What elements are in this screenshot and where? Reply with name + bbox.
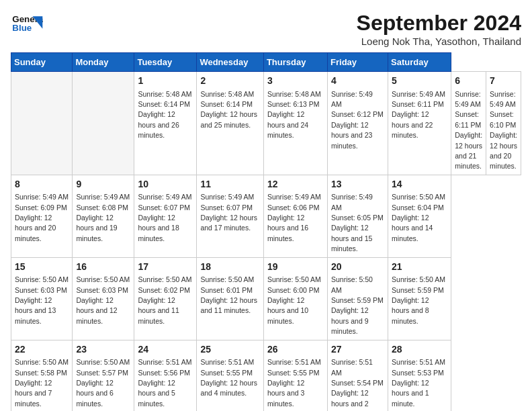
title-block: September 2024 Loeng Nok Tha, Yasothon, … — [357, 11, 521, 47]
day-number: 21 — [392, 261, 447, 274]
day-cell-7: 7 Sunrise: 5:49 AMSunset: 6:10 PMDayligh… — [486, 72, 521, 175]
day-cell-1: 1 Sunrise: 5:48 AMSunset: 6:14 PMDayligh… — [134, 72, 197, 175]
day-info: Sunrise: 5:50 AMSunset: 6:00 PMDaylight:… — [267, 275, 321, 325]
calendar-week-1: 8 Sunrise: 5:49 AMSunset: 6:09 PMDayligh… — [11, 175, 521, 257]
day-cell-12: 12 Sunrise: 5:49 AMSunset: 6:06 PMDaylig… — [263, 175, 327, 257]
day-cell-11: 11 Sunrise: 5:49 AMSunset: 6:07 PMDaylig… — [197, 175, 264, 257]
day-number: 5 — [392, 75, 447, 88]
day-info: Sunrise: 5:50 AMSunset: 5:58 PMDaylight:… — [15, 358, 69, 408]
calendar-week-3: 22 Sunrise: 5:50 AMSunset: 5:58 PMDaylig… — [11, 340, 521, 411]
day-cell-15: 15 Sunrise: 5:50 AMSunset: 6:03 PMDaylig… — [11, 257, 73, 340]
day-info: Sunrise: 5:50 AMSunset: 6:04 PMDaylight:… — [392, 193, 445, 242]
day-cell-2: 2 Sunrise: 5:48 AMSunset: 6:14 PMDayligh… — [197, 72, 264, 175]
weekday-header-monday: Monday — [73, 53, 134, 72]
day-info: Sunrise: 5:49 AMSunset: 6:07 PMDaylight:… — [200, 193, 257, 232]
day-number: 26 — [267, 343, 324, 357]
logo: General Blue — [11, 11, 43, 38]
day-info: Sunrise: 5:50 AMSunset: 6:03 PMDaylight:… — [15, 275, 69, 325]
day-number: 20 — [331, 261, 384, 274]
day-cell-25: 25 Sunrise: 5:51 AMSunset: 5:55 PMDaylig… — [197, 340, 264, 411]
weekday-header-row: SundayMondayTuesdayWednesdayThursdayFrid… — [11, 53, 521, 72]
day-info: Sunrise: 5:49 AMSunset: 6:10 PMDaylight:… — [490, 90, 517, 171]
day-info: Sunrise: 5:50 AMSunset: 6:01 PMDaylight:… — [200, 275, 257, 314]
weekday-header-saturday: Saturday — [388, 53, 451, 72]
day-number: 18 — [200, 261, 260, 274]
day-info: Sunrise: 5:51 AMSunset: 5:54 PMDaylight:… — [331, 358, 384, 411]
weekday-header-thursday: Thursday — [263, 53, 327, 72]
day-info: Sunrise: 5:50 AMSunset: 5:57 PMDaylight:… — [76, 358, 130, 408]
day-cell-9: 9 Sunrise: 5:49 AMSunset: 6:08 PMDayligh… — [73, 175, 134, 257]
day-number: 10 — [138, 178, 193, 191]
day-number: 12 — [267, 178, 324, 191]
day-number: 17 — [138, 261, 193, 274]
day-number: 8 — [15, 178, 69, 191]
day-info: Sunrise: 5:51 AMSunset: 5:56 PMDaylight:… — [138, 358, 191, 408]
day-cell-20: 20 Sunrise: 5:50 AMSunset: 5:59 PMDaylig… — [328, 257, 388, 340]
day-info: Sunrise: 5:49 AMSunset: 6:09 PMDaylight:… — [15, 193, 69, 242]
day-number: 9 — [76, 178, 130, 191]
day-cell-10: 10 Sunrise: 5:49 AMSunset: 6:07 PMDaylig… — [134, 175, 197, 257]
day-info: Sunrise: 5:49 AMSunset: 6:11 PMDaylight:… — [392, 90, 445, 140]
calendar-week-0: 1 Sunrise: 5:48 AMSunset: 6:14 PMDayligh… — [11, 72, 521, 175]
day-number: 24 — [138, 343, 193, 357]
day-info: Sunrise: 5:49 AMSunset: 6:06 PMDaylight:… — [267, 193, 321, 242]
day-cell-8: 8 Sunrise: 5:49 AMSunset: 6:09 PMDayligh… — [11, 175, 73, 257]
day-info: Sunrise: 5:51 AMSunset: 5:53 PMDaylight:… — [392, 358, 445, 408]
day-cell-4: 4 Sunrise: 5:49 AMSunset: 6:12 PMDayligh… — [328, 72, 388, 175]
day-cell-27: 27 Sunrise: 5:51 AMSunset: 5:54 PMDaylig… — [328, 340, 388, 411]
day-number: 3 — [267, 75, 324, 88]
day-info: Sunrise: 5:50 AMSunset: 5:59 PMDaylight:… — [392, 275, 445, 325]
day-cell-17: 17 Sunrise: 5:50 AMSunset: 6:02 PMDaylig… — [134, 257, 197, 340]
svg-text:Blue: Blue — [12, 23, 32, 33]
calendar-week-2: 15 Sunrise: 5:50 AMSunset: 6:03 PMDaylig… — [11, 257, 521, 340]
day-number: 13 — [331, 178, 384, 191]
day-cell-24: 24 Sunrise: 5:51 AMSunset: 5:56 PMDaylig… — [134, 340, 197, 411]
day-info: Sunrise: 5:50 AMSunset: 6:02 PMDaylight:… — [138, 275, 191, 325]
day-info: Sunrise: 5:50 AMSunset: 5:59 PMDaylight:… — [331, 275, 384, 335]
day-number: 28 — [392, 343, 447, 357]
empty-cell — [11, 72, 73, 175]
day-info: Sunrise: 5:49 AMSunset: 6:08 PMDaylight:… — [76, 193, 130, 242]
day-cell-6: 6 Sunrise: 5:49 AMSunset: 6:11 PMDayligh… — [451, 72, 486, 175]
calendar-table: SundayMondayTuesdayWednesdayThursdayFrid… — [11, 52, 521, 411]
day-number: 15 — [15, 261, 69, 274]
day-number: 19 — [267, 261, 324, 274]
day-cell-21: 21 Sunrise: 5:50 AMSunset: 5:59 PMDaylig… — [388, 257, 451, 340]
weekday-header-sunday: Sunday — [11, 53, 73, 72]
weekday-header-tuesday: Tuesday — [134, 53, 197, 72]
location-label: Loeng Nok Tha, Yasothon, Thailand — [357, 36, 521, 47]
day-cell-13: 13 Sunrise: 5:49 AMSunset: 6:05 PMDaylig… — [328, 175, 388, 257]
day-info: Sunrise: 5:48 AMSunset: 6:14 PMDaylight:… — [138, 90, 191, 140]
day-number: 6 — [455, 75, 482, 88]
day-info: Sunrise: 5:48 AMSunset: 6:14 PMDaylight:… — [200, 90, 257, 129]
day-number: 27 — [331, 343, 384, 357]
day-cell-5: 5 Sunrise: 5:49 AMSunset: 6:11 PMDayligh… — [388, 72, 451, 175]
day-cell-23: 23 Sunrise: 5:50 AMSunset: 5:57 PMDaylig… — [73, 340, 134, 411]
day-cell-19: 19 Sunrise: 5:50 AMSunset: 6:00 PMDaylig… — [263, 257, 327, 340]
day-info: Sunrise: 5:49 AMSunset: 6:12 PMDaylight:… — [331, 90, 384, 150]
day-number: 25 — [200, 343, 260, 357]
day-cell-22: 22 Sunrise: 5:50 AMSunset: 5:58 PMDaylig… — [11, 340, 73, 411]
day-cell-16: 16 Sunrise: 5:50 AMSunset: 6:03 PMDaylig… — [73, 257, 134, 340]
page-header: General Blue September 2024 Loeng Nok Th… — [11, 11, 521, 47]
day-info: Sunrise: 5:49 AMSunset: 6:11 PMDaylight:… — [455, 90, 482, 171]
day-number: 4 — [331, 75, 384, 88]
weekday-header-wednesday: Wednesday — [197, 53, 264, 72]
weekday-header-friday: Friday — [328, 53, 388, 72]
day-info: Sunrise: 5:49 AMSunset: 6:07 PMDaylight:… — [138, 193, 191, 242]
day-info: Sunrise: 5:51 AMSunset: 5:55 PMDaylight:… — [200, 358, 257, 397]
day-number: 16 — [76, 261, 130, 274]
day-cell-18: 18 Sunrise: 5:50 AMSunset: 6:01 PMDaylig… — [197, 257, 264, 340]
logo-icon: General Blue — [11, 11, 43, 38]
day-number: 22 — [15, 343, 69, 357]
day-cell-3: 3 Sunrise: 5:48 AMSunset: 6:13 PMDayligh… — [263, 72, 327, 175]
day-number: 2 — [200, 75, 260, 88]
day-cell-28: 28 Sunrise: 5:51 AMSunset: 5:53 PMDaylig… — [388, 340, 451, 411]
day-number: 14 — [392, 178, 447, 191]
day-number: 7 — [490, 75, 517, 88]
day-info: Sunrise: 5:50 AMSunset: 6:03 PMDaylight:… — [76, 275, 130, 325]
month-year-title: September 2024 — [357, 11, 521, 36]
empty-cell — [73, 72, 134, 175]
day-cell-14: 14 Sunrise: 5:50 AMSunset: 6:04 PMDaylig… — [388, 175, 451, 257]
day-number: 1 — [138, 75, 193, 88]
